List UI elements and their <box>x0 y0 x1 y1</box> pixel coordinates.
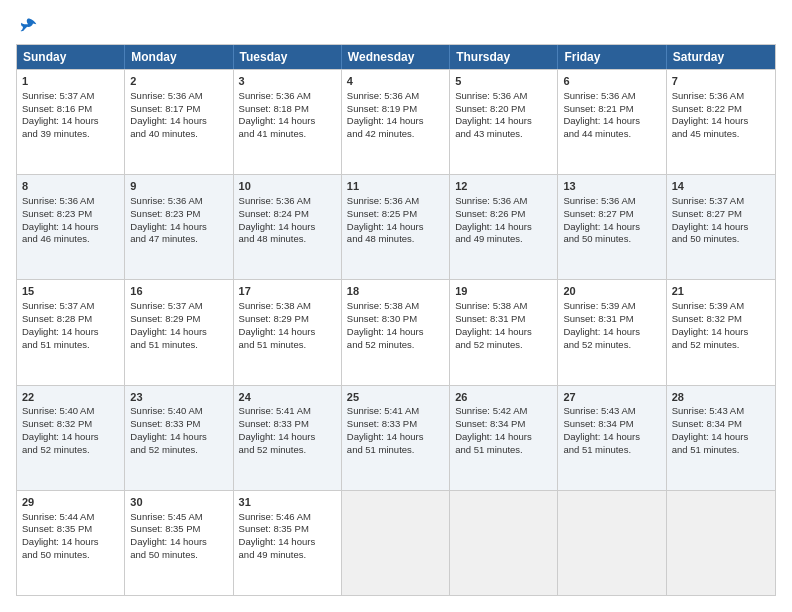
day-info-line: and 43 minutes. <box>455 128 552 141</box>
day-number: 16 <box>130 284 227 299</box>
day-info-line: and 50 minutes. <box>130 549 227 562</box>
day-number: 11 <box>347 179 444 194</box>
calendar-cell-empty <box>342 491 450 595</box>
day-info-line: Sunset: 8:28 PM <box>22 313 119 326</box>
day-info-line: Daylight: 14 hours <box>130 431 227 444</box>
calendar-cell-day-14: 14Sunrise: 5:37 AMSunset: 8:27 PMDayligh… <box>667 175 775 279</box>
day-number: 23 <box>130 390 227 405</box>
day-info-line: Daylight: 14 hours <box>347 326 444 339</box>
day-info-line: and 50 minutes. <box>672 233 770 246</box>
day-info-line: and 51 minutes. <box>22 339 119 352</box>
day-info-line: Daylight: 14 hours <box>239 221 336 234</box>
weekday-header-tuesday: Tuesday <box>234 45 342 69</box>
day-info-line: Sunset: 8:25 PM <box>347 208 444 221</box>
day-info-line: Sunrise: 5:44 AM <box>22 511 119 524</box>
day-info-line: Sunset: 8:35 PM <box>130 523 227 536</box>
day-info-line: Sunset: 8:23 PM <box>130 208 227 221</box>
weekday-header-monday: Monday <box>125 45 233 69</box>
weekday-header-thursday: Thursday <box>450 45 558 69</box>
day-info-line: Sunrise: 5:36 AM <box>672 90 770 103</box>
calendar-body: 1Sunrise: 5:37 AMSunset: 8:16 PMDaylight… <box>17 69 775 595</box>
day-number: 17 <box>239 284 336 299</box>
day-info-line: Daylight: 14 hours <box>455 431 552 444</box>
day-info-line: Daylight: 14 hours <box>22 536 119 549</box>
calendar-cell-day-5: 5Sunrise: 5:36 AMSunset: 8:20 PMDaylight… <box>450 70 558 174</box>
header <box>16 16 776 36</box>
calendar-cell-day-13: 13Sunrise: 5:36 AMSunset: 8:27 PMDayligh… <box>558 175 666 279</box>
day-number: 10 <box>239 179 336 194</box>
calendar-cell-day-23: 23Sunrise: 5:40 AMSunset: 8:33 PMDayligh… <box>125 386 233 490</box>
day-info-line: Sunset: 8:34 PM <box>455 418 552 431</box>
day-info-line: Sunrise: 5:37 AM <box>22 90 119 103</box>
calendar-header: SundayMondayTuesdayWednesdayThursdayFrid… <box>17 45 775 69</box>
day-info-line: Sunset: 8:27 PM <box>672 208 770 221</box>
day-info-line: Sunrise: 5:41 AM <box>347 405 444 418</box>
calendar-cell-day-16: 16Sunrise: 5:37 AMSunset: 8:29 PMDayligh… <box>125 280 233 384</box>
calendar-cell-day-25: 25Sunrise: 5:41 AMSunset: 8:33 PMDayligh… <box>342 386 450 490</box>
day-number: 15 <box>22 284 119 299</box>
calendar-cell-day-12: 12Sunrise: 5:36 AMSunset: 8:26 PMDayligh… <box>450 175 558 279</box>
day-number: 30 <box>130 495 227 510</box>
day-info-line: and 51 minutes. <box>239 339 336 352</box>
day-info-line: Sunset: 8:35 PM <box>239 523 336 536</box>
day-info-line: Sunrise: 5:36 AM <box>239 195 336 208</box>
day-info-line: and 52 minutes. <box>563 339 660 352</box>
day-info-line: Daylight: 14 hours <box>130 536 227 549</box>
calendar-cell-day-8: 8Sunrise: 5:36 AMSunset: 8:23 PMDaylight… <box>17 175 125 279</box>
day-info-line: Sunrise: 5:39 AM <box>563 300 660 313</box>
day-info-line: Sunrise: 5:38 AM <box>239 300 336 313</box>
day-info-line: Sunrise: 5:36 AM <box>239 90 336 103</box>
day-info-line: Sunrise: 5:42 AM <box>455 405 552 418</box>
logo-text <box>16 16 38 36</box>
day-info-line: Daylight: 14 hours <box>455 115 552 128</box>
day-info-line: Sunrise: 5:38 AM <box>455 300 552 313</box>
day-info-line: Sunrise: 5:43 AM <box>563 405 660 418</box>
day-info-line: and 45 minutes. <box>672 128 770 141</box>
day-info-line: Daylight: 14 hours <box>239 326 336 339</box>
calendar-cell-day-27: 27Sunrise: 5:43 AMSunset: 8:34 PMDayligh… <box>558 386 666 490</box>
day-info-line: Sunrise: 5:36 AM <box>22 195 119 208</box>
calendar-row-3: 15Sunrise: 5:37 AMSunset: 8:28 PMDayligh… <box>17 279 775 384</box>
calendar-cell-day-28: 28Sunrise: 5:43 AMSunset: 8:34 PMDayligh… <box>667 386 775 490</box>
day-info-line: Sunset: 8:31 PM <box>563 313 660 326</box>
day-info-line: Sunset: 8:23 PM <box>22 208 119 221</box>
day-info-line: Sunset: 8:27 PM <box>563 208 660 221</box>
calendar: SundayMondayTuesdayWednesdayThursdayFrid… <box>16 44 776 596</box>
day-info-line: and 48 minutes. <box>347 233 444 246</box>
day-info-line: Sunset: 8:30 PM <box>347 313 444 326</box>
calendar-cell-day-6: 6Sunrise: 5:36 AMSunset: 8:21 PMDaylight… <box>558 70 666 174</box>
day-info-line: Sunset: 8:29 PM <box>239 313 336 326</box>
day-info-line: and 51 minutes. <box>672 444 770 457</box>
day-number: 27 <box>563 390 660 405</box>
day-info-line: and 41 minutes. <box>239 128 336 141</box>
day-info-line: and 52 minutes. <box>22 444 119 457</box>
day-info-line: Sunrise: 5:36 AM <box>455 90 552 103</box>
logo <box>16 16 38 36</box>
day-number: 8 <box>22 179 119 194</box>
day-info-line: and 51 minutes. <box>347 444 444 457</box>
day-info-line: Sunset: 8:31 PM <box>455 313 552 326</box>
day-info-line: and 50 minutes. <box>22 549 119 562</box>
day-info-line: Sunset: 8:21 PM <box>563 103 660 116</box>
day-info-line: Daylight: 14 hours <box>22 431 119 444</box>
day-info-line: Sunrise: 5:39 AM <box>672 300 770 313</box>
day-info-line: Daylight: 14 hours <box>239 431 336 444</box>
day-info-line: and 51 minutes. <box>455 444 552 457</box>
day-info-line: Daylight: 14 hours <box>130 326 227 339</box>
day-info-line: Sunset: 8:24 PM <box>239 208 336 221</box>
calendar-cell-day-29: 29Sunrise: 5:44 AMSunset: 8:35 PMDayligh… <box>17 491 125 595</box>
day-info-line: Sunset: 8:17 PM <box>130 103 227 116</box>
day-info-line: Daylight: 14 hours <box>672 431 770 444</box>
day-info-line: Daylight: 14 hours <box>563 431 660 444</box>
day-number: 26 <box>455 390 552 405</box>
day-number: 25 <box>347 390 444 405</box>
day-info-line: Daylight: 14 hours <box>455 221 552 234</box>
calendar-cell-day-11: 11Sunrise: 5:36 AMSunset: 8:25 PMDayligh… <box>342 175 450 279</box>
weekday-header-wednesday: Wednesday <box>342 45 450 69</box>
day-info-line: Sunrise: 5:36 AM <box>455 195 552 208</box>
calendar-cell-day-31: 31Sunrise: 5:46 AMSunset: 8:35 PMDayligh… <box>234 491 342 595</box>
day-info-line: Sunset: 8:20 PM <box>455 103 552 116</box>
day-info-line: and 52 minutes. <box>130 444 227 457</box>
day-number: 28 <box>672 390 770 405</box>
calendar-row-1: 1Sunrise: 5:37 AMSunset: 8:16 PMDaylight… <box>17 69 775 174</box>
